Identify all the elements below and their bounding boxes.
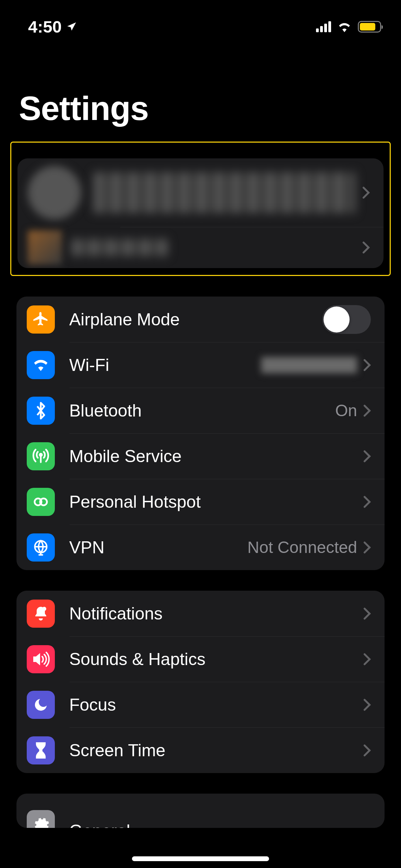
sounds-label: Sounds & Haptics [69,649,363,669]
sounds-row[interactable]: Sounds & Haptics [16,636,385,682]
battery-icon [358,21,381,33]
cellular-row[interactable]: Mobile Service [16,433,385,479]
screentime-label: Screen Time [69,740,363,760]
apple-id-name-redacted [94,172,355,213]
chevron-right-icon [363,495,371,508]
globe-icon [27,533,55,562]
speaker-icon [27,645,55,673]
bell-icon [27,600,55,628]
airplane-toggle[interactable] [322,305,371,334]
page-title: Settings [0,38,401,142]
connectivity-group: Airplane Mode Wi-Fi Bluetooth On Mobile … [16,297,385,570]
hourglass-icon [27,736,55,764]
vpn-label: VPN [69,538,247,557]
status-time: 4:50 [28,17,62,36]
chevron-right-icon [363,450,371,463]
chevron-right-icon [363,541,371,554]
notifications-row[interactable]: Notifications [16,591,385,636]
wifi-label: Wi-Fi [69,355,261,375]
focus-label: Focus [69,695,363,715]
vpn-row[interactable]: VPN Not Connected [16,525,385,570]
bluetooth-row[interactable]: Bluetooth On [16,388,385,433]
general-row[interactable]: General [16,794,385,828]
home-indicator[interactable] [132,856,269,861]
svg-point-4 [42,607,46,611]
airplane-label: Airplane Mode [69,310,322,329]
chevron-right-icon [363,653,371,666]
vpn-value: Not Connected [247,538,357,557]
chevron-right-icon [362,186,370,199]
wifi-status-icon [337,21,352,32]
avatar [28,166,81,219]
general-label: General [69,821,371,828]
airplane-icon [27,305,55,334]
family-row[interactable] [17,227,384,268]
family-avatar [28,230,62,265]
status-bar: 4:50 [0,0,401,38]
status-time-container: 4:50 [28,17,77,36]
chevron-right-icon [362,241,370,254]
moon-icon [27,691,55,719]
hotspot-row[interactable]: Personal Hotspot [16,479,385,525]
hotspot-icon [27,488,55,516]
wifi-row[interactable]: Wi-Fi [16,342,385,388]
bluetooth-value: On [335,401,357,420]
cellular-signal-icon [316,21,331,32]
antenna-icon [27,442,55,470]
cellular-label: Mobile Service [69,446,363,466]
chevron-right-icon [363,607,371,620]
gear-icon [27,810,55,828]
status-right [316,21,381,33]
chevron-right-icon [363,404,371,417]
focus-row[interactable]: Focus [16,682,385,727]
chevron-right-icon [363,698,371,711]
general-group: General [16,794,385,828]
apple-id-highlight [10,142,391,276]
notifications-label: Notifications [69,604,363,624]
screentime-row[interactable]: Screen Time [16,727,385,773]
svg-point-0 [40,454,42,456]
family-label-redacted [72,239,168,256]
hotspot-label: Personal Hotspot [69,492,363,512]
chevron-right-icon [363,744,371,757]
apple-id-row[interactable] [17,158,384,227]
bluetooth-icon [27,397,55,425]
bluetooth-label: Bluetooth [69,401,335,421]
notifications-group: Notifications Sounds & Haptics Focus Scr… [16,591,385,773]
apple-id-group [17,158,384,268]
location-icon [66,21,77,33]
airplane-mode-row[interactable]: Airplane Mode [16,297,385,342]
chevron-right-icon [363,359,371,372]
wifi-value-redacted [261,357,357,373]
wifi-icon [27,351,55,379]
